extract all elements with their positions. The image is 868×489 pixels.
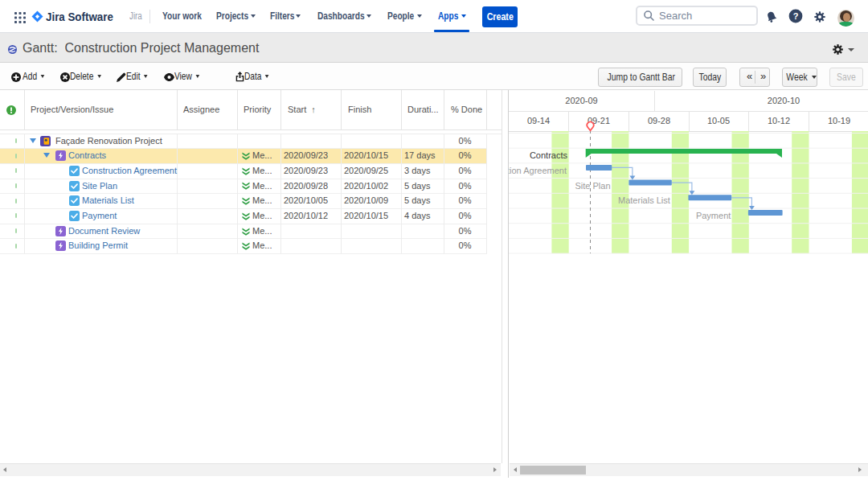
svg-text:?: ? xyxy=(793,11,799,21)
